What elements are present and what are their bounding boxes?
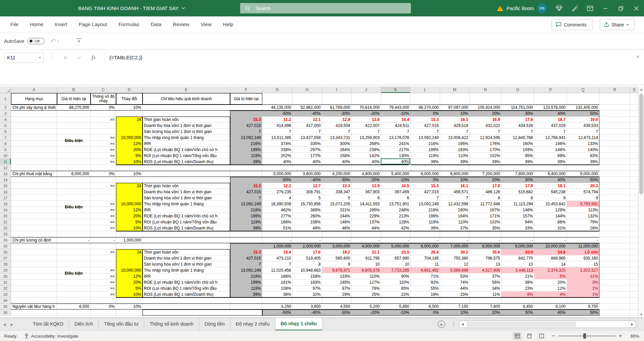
cell-O3[interactable]: 30% xyxy=(501,111,534,117)
cell-E21[interactable]: ROI (Lợi nhuận BQ 1 năm/Tổng vốn đầu xyxy=(143,219,230,225)
ribbon-tab-formulas[interactable]: Formulas xyxy=(113,16,145,32)
cell-Q15[interactable]: 20.3 xyxy=(567,183,599,189)
share-button[interactable]: Share xyxy=(600,19,635,30)
cell-M17[interactable]: 7 xyxy=(440,195,470,201)
cell-G24[interactable]: - xyxy=(262,237,292,243)
cell-C18[interactable]: >= xyxy=(91,201,116,207)
cell-K2[interactable]: 79,443,000 xyxy=(381,105,411,111)
cell-K36[interactable]: -10% xyxy=(381,310,411,316)
cell-L26[interactable]: 26.4 xyxy=(411,249,440,255)
row-header-6[interactable]: 6 xyxy=(0,129,11,135)
sheet-nav-next-icon[interactable]: ▶ xyxy=(11,323,13,326)
cell-C21[interactable]: >= xyxy=(91,219,116,225)
cell-O28[interactable]: 13 xyxy=(501,261,534,267)
cell-N26[interactable]: 35.6 xyxy=(470,249,501,255)
cell-C19[interactable]: >= xyxy=(91,207,116,213)
autosave-toggle[interactable]: Off xyxy=(27,38,45,44)
sheet-tab-độ-nhạy-2-chiều[interactable]: Độ nhạy 2 chiều xyxy=(230,318,275,331)
cell-A2[interactable]: Chi phí xây dựng & thiết xyxy=(11,105,57,111)
cell-C15[interactable]: >= xyxy=(91,183,116,189)
cell-C9[interactable]: >= xyxy=(91,147,116,153)
cell-I5[interactable]: 419,504 xyxy=(322,123,352,129)
name-box-dropdown-icon[interactable]: ▾ xyxy=(39,56,41,59)
cell-G29[interactable]: 12,020,456 xyxy=(262,267,292,273)
cell-P10[interactable]: 89% xyxy=(534,153,567,159)
cell-I9[interactable]: 264% xyxy=(322,147,352,153)
cell-H20[interactable]: 260% xyxy=(292,213,322,219)
cell-G13[interactable]: 3,000,000 xyxy=(262,171,292,177)
cell-Q14[interactable]: 50% xyxy=(567,177,599,183)
cell-Q7[interactable]: 12,673,114 xyxy=(567,135,599,141)
cell-I36[interactable]: -30% xyxy=(322,310,352,316)
cell-O13[interactable]: 7,800,000 xyxy=(501,171,534,177)
ribbon-tab-file[interactable]: File xyxy=(5,16,24,32)
cell-I26[interactable]: 19.2 xyxy=(322,249,352,255)
ribbon-tab-review[interactable]: Review xyxy=(167,16,195,32)
cell-P31[interactable]: 20% xyxy=(534,279,567,285)
cell-C4[interactable]: >= xyxy=(91,117,116,123)
cell-M28[interactable]: 12 xyxy=(440,261,470,267)
cell-P33[interactable]: 4% xyxy=(534,291,567,297)
cell-Q18[interactable]: 9,793,991 xyxy=(567,201,599,207)
sheet-tab-độ-nhạy-1-chiều[interactable]: Độ nhạy 1 chiều xyxy=(275,318,322,331)
cell-G36[interactable]: -50% xyxy=(262,310,292,316)
cell-O20[interactable]: 157% xyxy=(501,213,534,219)
cell-F17[interactable]: 7 xyxy=(230,195,262,201)
cell-C8[interactable]: >= xyxy=(91,141,116,147)
cell-O29[interactable]: 3,446,113 xyxy=(501,267,534,273)
cell-C35[interactable]: 0% xyxy=(91,303,116,310)
cell-H15[interactable]: 12.7 xyxy=(292,183,322,189)
cell-P27[interactable]: 888,965 xyxy=(534,255,567,261)
premium-gem-icon[interactable] xyxy=(551,0,567,16)
cell-I18[interactable]: 15,071,205 xyxy=(322,201,352,207)
cell-E9[interactable]: ROE (Lợi nhuận BQ 1 năm/Vốn chủ sở h xyxy=(143,147,230,153)
col-header-F[interactable]: F xyxy=(230,86,262,93)
cell-G17[interactable]: 4 xyxy=(262,195,292,201)
cell-K3[interactable]: -10% xyxy=(381,111,411,117)
cell-L22[interactable]: 39% xyxy=(411,225,440,231)
ribbon-tab-insert[interactable]: Insert xyxy=(49,16,73,32)
cell-J18[interactable]: 14,411,553 xyxy=(352,201,381,207)
cell-N27[interactable]: 796,575 xyxy=(470,255,501,261)
row-header-28[interactable]: 28 xyxy=(0,261,11,267)
cell-D19[interactable]: 12% xyxy=(116,207,143,213)
cell-G9[interactable]: 338% xyxy=(262,147,292,153)
insert-function-button[interactable]: fx xyxy=(88,53,99,63)
cell-H32[interactable]: 97% xyxy=(292,285,322,291)
cell-M14[interactable]: 10% xyxy=(440,177,470,183)
cell-O2[interactable]: 114,751,000 xyxy=(501,105,534,111)
cell-J28[interactable]: 10 xyxy=(352,261,381,267)
cell-J9[interactable]: 238% xyxy=(352,147,381,153)
cell-N19[interactable]: 167% xyxy=(470,207,501,213)
cell-Q10[interactable]: 83% xyxy=(567,153,599,159)
vertical-scrollbar-thumb[interactable] xyxy=(639,94,643,194)
cell-Q3[interactable]: 50% xyxy=(567,111,599,117)
cell-I31[interactable]: 145% xyxy=(322,279,352,285)
cell-E31[interactable]: ROE (Lợi nhuận BQ 1 năm/Vốn chủ sở h xyxy=(143,279,230,285)
cell-L15[interactable]: 15.3 xyxy=(411,183,440,189)
cell-P26[interactable]: 54.6 xyxy=(534,249,567,255)
cell-O21[interactable]: 94% xyxy=(501,219,534,225)
row-header-22[interactable]: 22 xyxy=(0,225,11,231)
cell-M21[interactable]: 110% xyxy=(440,219,470,225)
cell-J14[interactable]: -20% xyxy=(352,177,381,183)
cell-L11[interactable]: 39% xyxy=(411,159,440,165)
cell-C22[interactable]: >= xyxy=(91,225,116,231)
cell-N30[interactable]: 37% xyxy=(470,273,501,279)
cell-H18[interactable]: 15,730,856 xyxy=(292,201,322,207)
worksheet-grid[interactable]: Hạng mụcGiá trị hiện tạiThông số độ nhạy… xyxy=(0,86,638,318)
cell-D10[interactable]: 5% xyxy=(116,153,143,159)
cell-L2[interactable]: 88,270,000 xyxy=(411,105,440,111)
scroll-left-icon[interactable]: ◀ xyxy=(459,321,466,328)
cell-G35[interactable]: 3,250 xyxy=(262,303,292,310)
cell-M18[interactable]: 12,432,598 xyxy=(440,201,470,207)
cell-I17[interactable]: 5 xyxy=(322,195,352,201)
row-header-25[interactable]: 25 xyxy=(0,243,11,249)
cell-D26[interactable]: 24 xyxy=(116,249,143,255)
cell-K13[interactable]: 5,400,000 xyxy=(381,171,411,177)
zoom-slider-track[interactable] xyxy=(558,336,615,336)
cell-O19[interactable]: 146% xyxy=(501,207,534,213)
row-header-26[interactable]: 26 xyxy=(0,249,11,255)
row-header-9[interactable]: 9 xyxy=(0,147,11,153)
sheet-tab-thông-số-kinh-doanh[interactable]: Thông số kinh doanh xyxy=(144,318,199,331)
